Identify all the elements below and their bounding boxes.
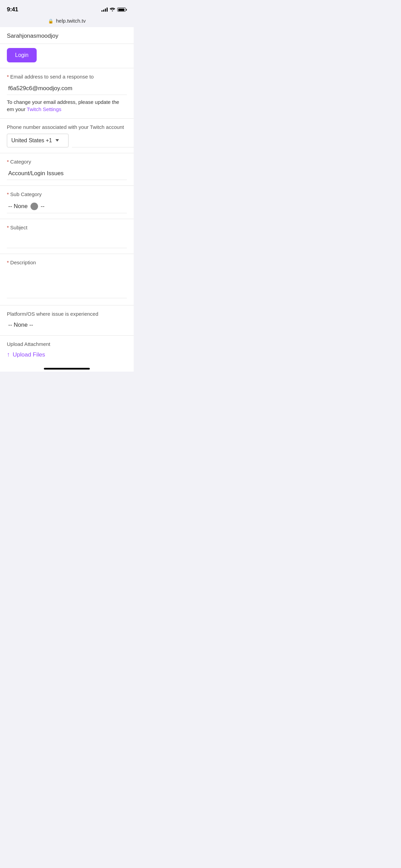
url-bar: 🔒 help.twitch.tv <box>0 16 134 27</box>
upload-label: Upload Attachment <box>7 341 127 347</box>
battery-icon <box>117 8 127 12</box>
email-helper-text: To change your email address, please upd… <box>7 98 127 113</box>
status-time: 9:41 <box>7 6 18 13</box>
required-star-category: * <box>7 159 9 165</box>
url-text: help.twitch.tv <box>56 18 86 24</box>
upload-arrow-icon: ↑ <box>7 351 10 358</box>
signal-icon <box>101 8 108 12</box>
twitch-settings-link[interactable]: Twitch Settings <box>27 106 61 112</box>
email-value: f6a529c6@moodjoy.com <box>7 82 127 95</box>
login-button[interactable]: Login <box>7 48 37 62</box>
wifi-icon <box>110 7 115 12</box>
subcategory-value[interactable]: -- None -- <box>7 200 127 213</box>
subject-label: * Subject <box>7 225 127 230</box>
status-icons <box>101 7 127 12</box>
required-star-desc: * <box>7 260 9 265</box>
country-select-label: United States +1 <box>11 137 52 144</box>
subject-section: * Subject <box>0 219 134 254</box>
login-section: Login <box>0 44 134 68</box>
description-label: * Description <box>7 260 127 265</box>
upload-files-button[interactable]: ↑ Upload Files <box>7 351 45 358</box>
required-star-sub: * <box>7 191 9 197</box>
none-badge <box>31 203 38 210</box>
platform-label: Platform/OS where issue is experienced <box>7 311 127 317</box>
username-field <box>0 27 134 44</box>
phone-number-input[interactable] <box>72 133 134 147</box>
phone-label: Phone number associated with your Twitch… <box>7 124 127 130</box>
upload-section: Upload Attachment ↑ Upload Files <box>0 336 134 365</box>
home-indicator <box>44 368 90 370</box>
phone-section: Phone number associated with your Twitch… <box>0 119 134 153</box>
main-content: Login * Email address to send a response… <box>0 27 134 365</box>
platform-value: -- None -- <box>7 320 127 330</box>
description-section: * Description <box>0 254 134 305</box>
chevron-down-icon <box>56 139 59 142</box>
category-value: Account/Login Issues <box>7 167 127 180</box>
upload-button-text: Upload Files <box>13 351 45 358</box>
email-section: * Email address to send a response to f6… <box>0 68 134 119</box>
subcategory-label: * Sub Category <box>7 191 127 197</box>
description-textarea[interactable] <box>7 268 127 298</box>
country-select[interactable]: United States +1 <box>7 134 69 147</box>
email-label: * Email address to send a response to <box>7 74 127 80</box>
status-bar: 9:41 <box>0 0 134 16</box>
phone-row: United States +1 <box>7 133 127 147</box>
subject-input[interactable] <box>7 233 127 248</box>
lock-icon: 🔒 <box>48 19 53 24</box>
subcategory-section: * Sub Category -- None -- <box>0 186 134 219</box>
required-star-subject: * <box>7 225 9 230</box>
category-label: * Category <box>7 159 127 165</box>
required-star: * <box>7 74 9 80</box>
subcategory-suffix: -- <box>41 203 45 210</box>
username-input[interactable] <box>7 33 127 39</box>
category-section: * Category Account/Login Issues <box>0 153 134 186</box>
subcategory-text: -- None <box>8 203 28 210</box>
home-indicator-area <box>0 365 134 372</box>
platform-section: Platform/OS where issue is experienced -… <box>0 305 134 336</box>
